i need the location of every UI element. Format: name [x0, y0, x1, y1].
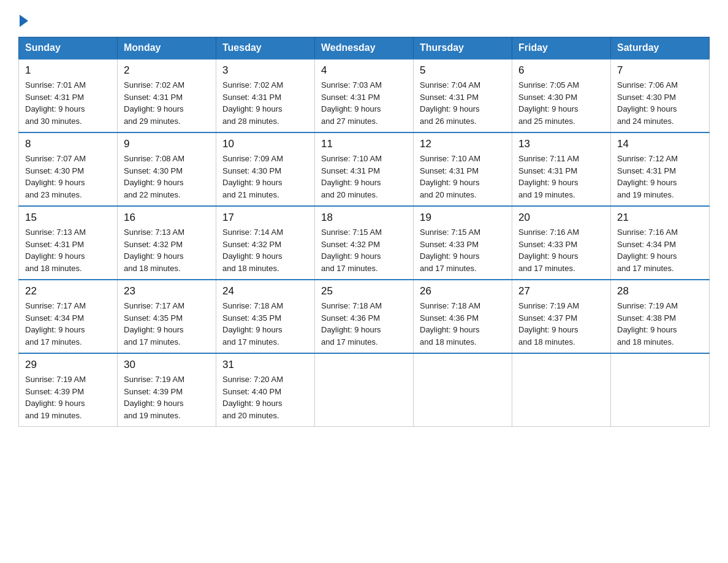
day-info: Sunrise: 7:19 AM Sunset: 4:38 PM Dayligh… — [617, 300, 703, 348]
calendar-table: SundayMondayTuesdayWednesdayThursdayFrid… — [18, 37, 710, 427]
day-info: Sunrise: 7:02 AM Sunset: 4:31 PM Dayligh… — [124, 79, 210, 127]
calendar-header-row: SundayMondayTuesdayWednesdayThursdayFrid… — [19, 37, 710, 59]
day-number: 2 — [124, 64, 210, 77]
day-info: Sunrise: 7:16 AM Sunset: 4:34 PM Dayligh… — [617, 226, 703, 274]
calendar-cell: 1 Sunrise: 7:01 AM Sunset: 4:31 PM Dayli… — [19, 59, 118, 132]
calendar-cell: 3 Sunrise: 7:02 AM Sunset: 4:31 PM Dayli… — [216, 59, 315, 132]
day-info: Sunrise: 7:10 AM Sunset: 4:31 PM Dayligh… — [420, 153, 506, 201]
calendar-cell: 22 Sunrise: 7:17 AM Sunset: 4:34 PM Dayl… — [19, 280, 118, 353]
calendar-header-sunday: Sunday — [19, 37, 118, 59]
day-info: Sunrise: 7:09 AM Sunset: 4:30 PM Dayligh… — [222, 153, 308, 201]
calendar-header-tuesday: Tuesday — [216, 37, 315, 59]
calendar-cell: 19 Sunrise: 7:15 AM Sunset: 4:33 PM Dayl… — [414, 206, 512, 280]
calendar-cell: 8 Sunrise: 7:07 AM Sunset: 4:30 PM Dayli… — [19, 132, 118, 206]
day-info: Sunrise: 7:06 AM Sunset: 4:30 PM Dayligh… — [617, 79, 703, 127]
calendar-cell: 15 Sunrise: 7:13 AM Sunset: 4:31 PM Dayl… — [19, 206, 118, 280]
calendar-cell — [512, 353, 611, 427]
day-number: 8 — [25, 138, 111, 150]
day-info: Sunrise: 7:16 AM Sunset: 4:33 PM Dayligh… — [518, 226, 604, 274]
logo-arrow-icon — [20, 15, 28, 27]
day-number: 29 — [25, 359, 111, 371]
calendar-week-4: 22 Sunrise: 7:17 AM Sunset: 4:34 PM Dayl… — [19, 280, 710, 353]
day-info: Sunrise: 7:19 AM Sunset: 4:37 PM Dayligh… — [518, 300, 604, 348]
day-info: Sunrise: 7:10 AM Sunset: 4:31 PM Dayligh… — [321, 153, 407, 201]
calendar-header-monday: Monday — [118, 37, 216, 59]
day-info: Sunrise: 7:12 AM Sunset: 4:31 PM Dayligh… — [617, 153, 703, 201]
day-info: Sunrise: 7:13 AM Sunset: 4:32 PM Dayligh… — [124, 226, 210, 274]
calendar-cell: 5 Sunrise: 7:04 AM Sunset: 4:31 PM Dayli… — [414, 59, 512, 132]
calendar-cell: 13 Sunrise: 7:11 AM Sunset: 4:31 PM Dayl… — [512, 132, 611, 206]
day-info: Sunrise: 7:15 AM Sunset: 4:33 PM Dayligh… — [420, 226, 506, 274]
day-info: Sunrise: 7:17 AM Sunset: 4:35 PM Dayligh… — [124, 300, 210, 348]
day-info: Sunrise: 7:19 AM Sunset: 4:39 PM Dayligh… — [25, 373, 111, 421]
day-info: Sunrise: 7:07 AM Sunset: 4:30 PM Dayligh… — [25, 153, 111, 201]
calendar-cell: 6 Sunrise: 7:05 AM Sunset: 4:30 PM Dayli… — [512, 59, 611, 132]
day-info: Sunrise: 7:17 AM Sunset: 4:34 PM Dayligh… — [25, 300, 111, 348]
calendar-week-5: 29 Sunrise: 7:19 AM Sunset: 4:39 PM Dayl… — [19, 353, 710, 427]
day-number: 28 — [617, 285, 703, 297]
calendar-cell: 30 Sunrise: 7:19 AM Sunset: 4:39 PM Dayl… — [118, 353, 216, 427]
calendar-cell: 29 Sunrise: 7:19 AM Sunset: 4:39 PM Dayl… — [19, 353, 118, 427]
day-number: 12 — [420, 138, 506, 150]
calendar-cell — [611, 353, 710, 427]
day-number: 16 — [124, 212, 210, 224]
day-number: 25 — [321, 285, 407, 297]
day-info: Sunrise: 7:01 AM Sunset: 4:31 PM Dayligh… — [25, 79, 111, 127]
calendar-cell: 28 Sunrise: 7:19 AM Sunset: 4:38 PM Dayl… — [611, 280, 710, 353]
day-number: 1 — [25, 64, 111, 77]
day-number: 27 — [518, 285, 604, 297]
calendar-cell: 12 Sunrise: 7:10 AM Sunset: 4:31 PM Dayl… — [414, 132, 512, 206]
calendar-cell: 21 Sunrise: 7:16 AM Sunset: 4:34 PM Dayl… — [611, 206, 710, 280]
day-info: Sunrise: 7:08 AM Sunset: 4:30 PM Dayligh… — [124, 153, 210, 201]
day-number: 7 — [617, 64, 703, 77]
day-info: Sunrise: 7:13 AM Sunset: 4:31 PM Dayligh… — [25, 226, 111, 274]
day-number: 31 — [222, 359, 308, 371]
calendar-header-thursday: Thursday — [414, 37, 512, 59]
day-number: 3 — [222, 64, 308, 77]
day-info: Sunrise: 7:19 AM Sunset: 4:39 PM Dayligh… — [124, 373, 210, 421]
day-number: 11 — [321, 138, 407, 150]
day-info: Sunrise: 7:03 AM Sunset: 4:31 PM Dayligh… — [321, 79, 407, 127]
calendar-week-3: 15 Sunrise: 7:13 AM Sunset: 4:31 PM Dayl… — [19, 206, 710, 280]
calendar-cell: 23 Sunrise: 7:17 AM Sunset: 4:35 PM Dayl… — [118, 280, 216, 353]
day-info: Sunrise: 7:04 AM Sunset: 4:31 PM Dayligh… — [420, 79, 506, 127]
day-info: Sunrise: 7:11 AM Sunset: 4:31 PM Dayligh… — [518, 153, 604, 201]
calendar-cell: 24 Sunrise: 7:18 AM Sunset: 4:35 PM Dayl… — [216, 280, 315, 353]
day-number: 9 — [124, 138, 210, 150]
day-info: Sunrise: 7:05 AM Sunset: 4:30 PM Dayligh… — [518, 79, 604, 127]
day-number: 24 — [222, 285, 308, 297]
day-number: 17 — [222, 212, 308, 224]
calendar-week-2: 8 Sunrise: 7:07 AM Sunset: 4:30 PM Dayli… — [19, 132, 710, 206]
calendar-cell: 9 Sunrise: 7:08 AM Sunset: 4:30 PM Dayli… — [118, 132, 216, 206]
day-info: Sunrise: 7:02 AM Sunset: 4:31 PM Dayligh… — [222, 79, 308, 127]
calendar-cell — [315, 353, 414, 427]
calendar-cell: 2 Sunrise: 7:02 AM Sunset: 4:31 PM Dayli… — [118, 59, 216, 132]
day-number: 18 — [321, 212, 407, 224]
calendar-cell: 18 Sunrise: 7:15 AM Sunset: 4:32 PM Dayl… — [315, 206, 414, 280]
day-number: 15 — [25, 212, 111, 224]
day-number: 13 — [518, 138, 604, 150]
calendar-header-saturday: Saturday — [611, 37, 710, 59]
calendar-cell — [414, 353, 512, 427]
day-number: 4 — [321, 64, 407, 77]
logo — [18, 12, 28, 25]
day-number: 20 — [518, 212, 604, 224]
day-number: 26 — [420, 285, 506, 297]
calendar-header-wednesday: Wednesday — [315, 37, 414, 59]
day-number: 22 — [25, 285, 111, 297]
day-number: 14 — [617, 138, 703, 150]
day-info: Sunrise: 7:15 AM Sunset: 4:32 PM Dayligh… — [321, 226, 407, 274]
day-number: 6 — [518, 64, 604, 77]
day-info: Sunrise: 7:14 AM Sunset: 4:32 PM Dayligh… — [222, 226, 308, 274]
calendar-cell: 17 Sunrise: 7:14 AM Sunset: 4:32 PM Dayl… — [216, 206, 315, 280]
calendar-cell: 10 Sunrise: 7:09 AM Sunset: 4:30 PM Dayl… — [216, 132, 315, 206]
day-number: 10 — [222, 138, 308, 150]
day-info: Sunrise: 7:18 AM Sunset: 4:35 PM Dayligh… — [222, 300, 308, 348]
calendar-cell: 4 Sunrise: 7:03 AM Sunset: 4:31 PM Dayli… — [315, 59, 414, 132]
calendar-cell: 26 Sunrise: 7:18 AM Sunset: 4:36 PM Dayl… — [414, 280, 512, 353]
day-number: 5 — [420, 64, 506, 77]
day-info: Sunrise: 7:18 AM Sunset: 4:36 PM Dayligh… — [420, 300, 506, 348]
calendar-week-1: 1 Sunrise: 7:01 AM Sunset: 4:31 PM Dayli… — [19, 59, 710, 132]
calendar-cell: 27 Sunrise: 7:19 AM Sunset: 4:37 PM Dayl… — [512, 280, 611, 353]
calendar-cell: 16 Sunrise: 7:13 AM Sunset: 4:32 PM Dayl… — [118, 206, 216, 280]
